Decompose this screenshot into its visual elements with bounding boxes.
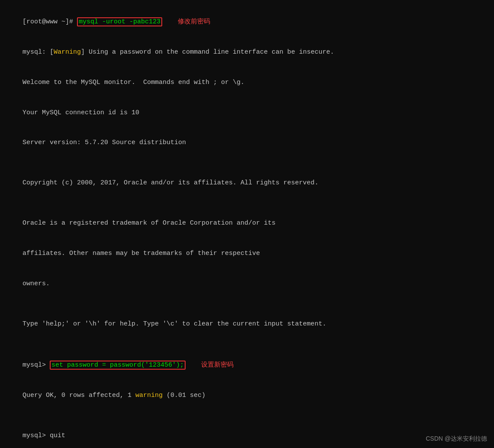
quit-18: mysql> quit	[22, 432, 65, 439]
line-blank-1	[7, 158, 487, 168]
connid-4: Your MySQL connection id is 10	[22, 109, 139, 116]
line-10: affiliates. Other names may be trademark…	[7, 239, 487, 269]
space-15	[186, 361, 201, 369]
line-3: Welcome to the MySQL monitor. Commands e…	[7, 68, 487, 98]
watermark: CSDN @达米安利拉德	[426, 434, 487, 444]
queryok-16b: (0.01 sec)	[163, 392, 205, 399]
line-1: [root@www ~]# mysql -uroot -pabc123 修改前密…	[7, 6, 487, 37]
annotation-new-password: 设置新密码	[201, 361, 234, 368]
help-13: Type 'help;' or '\h' for help. Type '\c'…	[22, 320, 326, 328]
cmd-old: mysql -uroot -pabc123	[79, 18, 160, 26]
owners-11: owners.	[22, 280, 50, 287]
line-blank-4	[7, 339, 487, 349]
terminal-window: [root@www ~]# mysql -uroot -pabc123 修改前密…	[7, 4, 487, 448]
warning-2: Warning	[54, 48, 81, 56]
line-13: Type 'help;' or '\h' for help. Type '\c'…	[7, 309, 487, 339]
warning-16: warning	[135, 392, 163, 399]
annotation-old-password: 修改前密码	[178, 17, 210, 25]
mysql-prompt-15: mysql>	[22, 361, 50, 369]
line-5: Server version: 5.7.20 Source distributi…	[7, 128, 487, 158]
line-9: Oracle is a registered trademark of Orac…	[7, 208, 487, 239]
queryok-16: Query OK, 0 rows affected, 1	[22, 392, 135, 399]
version-5: Server version: 5.7.20 Source distributi…	[22, 139, 186, 146]
line-7: Copyright (c) 2000, 2017, Oracle and/or …	[7, 168, 487, 198]
line-blank-5	[7, 410, 487, 420]
oracle-tm-9: Oracle is a registered trademark of Orac…	[22, 219, 276, 227]
space-1	[162, 18, 178, 26]
cmd-setpw: set password = password('123456');	[51, 361, 184, 369]
mysql-prefix-2: mysql: [	[22, 48, 54, 56]
line-18: mysql> quit	[7, 420, 487, 448]
line-15: mysql> set password = password('123456')…	[7, 349, 487, 380]
highlight-old-password: mysql -uroot -pabc123	[77, 17, 162, 26]
affiliates-10: affiliates. Other names may be trademark…	[22, 250, 260, 257]
line-blank-3	[7, 299, 487, 309]
line-blank-2	[7, 198, 487, 208]
warning-text-2: ] Using a password on the command line i…	[81, 48, 334, 56]
prompt-1: [root@www ~]#	[22, 18, 77, 26]
line-4: Your MySQL connection id is 10	[7, 97, 487, 128]
line-11: owners.	[7, 269, 487, 299]
highlight-set-password: set password = password('123456');	[50, 361, 186, 370]
welcome-3: Welcome to the MySQL monitor. Commands e…	[22, 79, 244, 86]
copyright-7: Copyright (c) 2000, 2017, Oracle and/or …	[22, 179, 318, 187]
line-2: mysql: [Warning] Using a password on the…	[7, 37, 487, 68]
line-16: Query OK, 0 rows affected, 1 warning (0.…	[7, 380, 487, 410]
